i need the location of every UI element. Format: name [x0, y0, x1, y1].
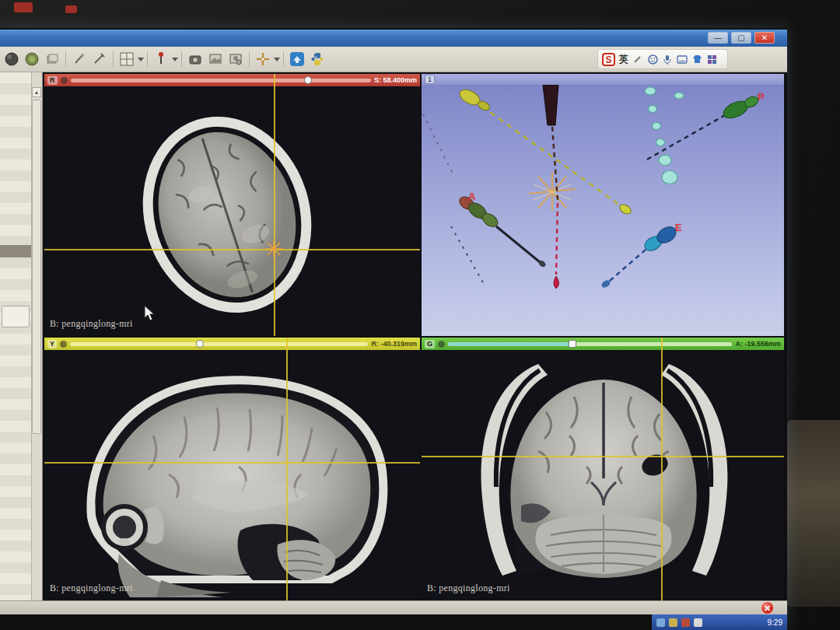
ime-skin-icon[interactable] — [691, 54, 702, 65]
electrode-marker-label: A — [468, 191, 475, 202]
ime-mic-icon[interactable] — [662, 54, 673, 65]
toolbar-separator — [65, 51, 66, 67]
axial-slice-controller: R S: 58.400mm — [44, 74, 420, 86]
camera-icon[interactable] — [187, 51, 204, 68]
coronal-slider-handle[interactable] — [569, 340, 576, 348]
close-button[interactable]: ✕ — [754, 32, 775, 44]
crosshair-star-icon — [265, 240, 282, 257]
scrollbar-thumb[interactable] — [32, 100, 41, 434]
coronal-slice-view[interactable]: G A: -19.556mm — [422, 338, 784, 600]
sagittal-view-letter: Y — [47, 340, 57, 348]
extensions-icon[interactable] — [289, 51, 306, 68]
mouse-cursor — [144, 305, 156, 322]
sagittal-slice-offset: R: -40.319mm — [371, 340, 417, 348]
sagittal-brain-image — [44, 350, 420, 600]
coronal-slider-range — [448, 342, 572, 346]
toolbar-separator — [147, 51, 148, 67]
wand-icon[interactable] — [71, 51, 88, 68]
notification-close-icon[interactable]: ✕ — [761, 601, 774, 614]
layout-grid-icon[interactable] — [118, 51, 135, 68]
axial-crosshair-vertical[interactable] — [274, 74, 275, 336]
axial-slice-offset: S: 58.400mm — [374, 76, 417, 84]
module-panel-button[interactable] — [2, 306, 30, 327]
axial-slice-slider[interactable] — [71, 79, 371, 82]
scrollbar-up-icon[interactable]: ▲ — [32, 87, 41, 97]
application-window: — ▢ ✕ S 英 — [0, 28, 787, 630]
electrode-marker-label: P — [758, 91, 765, 103]
coronal-slice-slider[interactable] — [448, 342, 732, 346]
axial-view-letter: R — [47, 76, 58, 85]
toolbar-separator — [249, 51, 250, 67]
window-titlebar: — ▢ ✕ — [0, 30, 787, 47]
coronal-crosshair-horizontal[interactable] — [422, 456, 784, 457]
scene-capture-icon[interactable] — [227, 51, 244, 68]
crosshair-icon[interactable] — [254, 51, 271, 68]
axial-slice-view[interactable]: R S: 58.400mm — [44, 74, 420, 336]
python-icon[interactable] — [309, 51, 326, 68]
axial-pin-icon[interactable] — [61, 77, 68, 84]
coronal-brain-image — [422, 350, 784, 600]
sogou-logo-icon[interactable]: S — [602, 53, 615, 66]
ime-tools-icon[interactable] — [706, 54, 717, 65]
coronal-crosshair-vertical[interactable] — [661, 338, 663, 600]
measure-icon[interactable] — [91, 51, 108, 68]
tray-icon-1[interactable] — [656, 618, 665, 627]
taskbar[interactable]: 9:29 — [652, 614, 787, 630]
axial-crosshair-horizontal[interactable] — [44, 249, 420, 250]
ime-emoji-icon[interactable] — [647, 54, 658, 65]
sagittal-slider-handle[interactable] — [196, 340, 204, 348]
layout-dropdown-icon[interactable] — [138, 58, 144, 61]
electrode-3d-scene — [422, 85, 784, 336]
threed-pin-button[interactable]: 1 — [425, 75, 435, 84]
coronal-view-letter: G — [425, 340, 435, 348]
sagittal-slice-view[interactable]: Y R: -40.319mm — [44, 338, 420, 600]
axial-brain-image — [44, 86, 420, 336]
photo-crop-region — [0, 614, 652, 630]
data-cube-icon[interactable] — [44, 51, 61, 68]
ime-language-toggle[interactable]: 英 — [619, 53, 628, 66]
desk-object — [787, 420, 840, 607]
crosshair-dropdown-icon[interactable] — [274, 58, 280, 61]
ime-pen-icon[interactable] — [632, 54, 643, 65]
scene-icon[interactable] — [3, 51, 20, 68]
toolbar-separator — [181, 51, 182, 67]
marker-dropdown-icon[interactable] — [172, 58, 178, 61]
threed-view-controller: 1 — [422, 74, 784, 85]
ime-toolbar: S 英 — [597, 49, 728, 69]
sagittal-crosshair-horizontal[interactable] — [44, 462, 420, 464]
bezel-mark — [14, 2, 33, 12]
sagittal-slice-controller: Y R: -40.319mm — [44, 338, 420, 350]
sagittal-pin-icon[interactable] — [60, 341, 67, 348]
minimize-button[interactable]: — — [708, 32, 728, 44]
maximize-button[interactable]: ▢ — [731, 32, 751, 44]
screenshot-icon[interactable] — [207, 51, 224, 68]
axial-volume-label: B: pengqinglong-mri — [50, 318, 133, 330]
tray-icon-3[interactable] — [681, 618, 690, 627]
axial-slider-handle[interactable] — [304, 76, 312, 84]
coronal-slice-offset: A: -19.556mm — [735, 340, 781, 348]
tray-icon-2[interactable] — [669, 618, 677, 627]
sagittal-crosshair-vertical[interactable] — [286, 338, 288, 600]
electrode-marker-label: E — [675, 222, 682, 233]
save-icon[interactable] — [23, 51, 40, 68]
bezel-mark — [65, 5, 77, 13]
tray-icon-4[interactable] — [694, 618, 702, 627]
coronal-slice-controller: G A: -19.556mm — [422, 338, 784, 350]
coronal-pin-icon[interactable] — [438, 341, 445, 348]
coronal-volume-label: B: pengqinglong-mri — [427, 583, 510, 594]
ime-keyboard-icon[interactable] — [677, 54, 688, 65]
taskbar-clock: 9:29 — [768, 618, 782, 627]
toolbar-separator — [283, 51, 284, 67]
toolbar-separator — [113, 51, 114, 67]
window-status-strip — [0, 600, 787, 614]
sagittal-volume-label: B: pengqinglong-mri — [50, 583, 133, 594]
sagittal-slice-slider[interactable] — [70, 342, 368, 346]
threed-view[interactable]: 1 — [422, 74, 784, 336]
marker-pin-icon[interactable] — [152, 51, 170, 68]
